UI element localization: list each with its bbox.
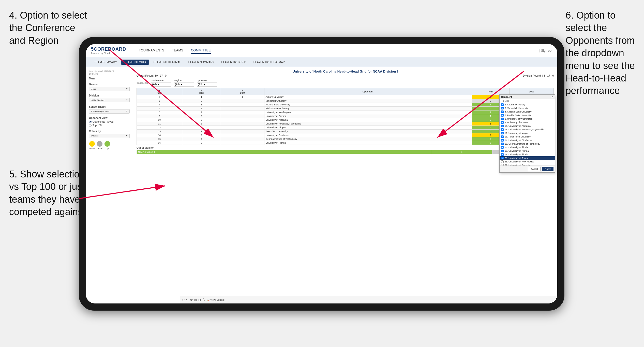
dropdown-item[interactable]: 3. Vanderbilt University xyxy=(500,106,555,110)
table-row: 3 2 Vanderbilt University 0 4 xyxy=(137,99,554,103)
dropdown-item[interactable]: 13. Texas Tech University xyxy=(500,135,555,138)
nav-teams[interactable]: TEAMS xyxy=(172,47,183,54)
opponent-view-section: Opponent View Opponents Played Top 100 xyxy=(89,117,130,127)
dropdown-item[interactable]: 12. University of Virginia xyxy=(500,131,555,135)
table-row: 4 1 Arizona State University 5 1 xyxy=(137,103,554,107)
legend-down xyxy=(89,141,95,147)
dropdown-item[interactable]: 21. University of New Mexico xyxy=(500,160,555,163)
reg-cell: 1 xyxy=(182,95,221,99)
undo-btn[interactable]: ↩ xyxy=(182,298,185,302)
gender-value[interactable]: Men's ▼ xyxy=(89,87,130,91)
record-row: Overall Record: 89 - 17 - 0 Division Rec… xyxy=(137,74,554,77)
opponents-label: Opponents: xyxy=(137,82,148,84)
sub-nav: TEAM SUMMARY TEAM H2H GRID TEAM H2H HEAT… xyxy=(86,57,557,67)
rank-cell: 15 xyxy=(137,137,182,141)
subnav-player-h2h-grid[interactable]: PLAYER H2H GRID xyxy=(218,60,249,65)
annotation-line2: the Conference xyxy=(9,22,75,33)
subnav-h2h-grid[interactable]: TEAM H2H GRID xyxy=(121,60,149,65)
division-value[interactable]: NCAA Division I ▼ xyxy=(89,98,130,102)
table-row: 11 6 University of Arkansas, Fayettevill… xyxy=(137,122,554,126)
table-row: 8 2 University of Washington 1 0 xyxy=(137,110,554,114)
conference-select[interactable]: (All) ▼ xyxy=(151,82,171,87)
redo-btn[interactable]: ↪ xyxy=(186,298,189,302)
legend-level xyxy=(97,141,102,147)
school-section: School (Rank) 1. University of Nort... ▼ xyxy=(89,105,130,114)
out-of-division-label: Out of division xyxy=(137,146,554,149)
dropdown-item[interactable]: 22. University of Georgia xyxy=(500,163,555,165)
annotation-tr7: performance xyxy=(565,85,620,96)
opponent-cell: University of Virginia xyxy=(264,126,472,130)
opponent-cell: University of Oklahoma xyxy=(264,133,472,137)
opponent-label: Opponent xyxy=(197,79,217,82)
rank-cell: 11 xyxy=(137,122,182,126)
dropdown-item[interactable]: 20. University of Texas xyxy=(500,156,555,160)
dropdown-item[interactable]: 8. University of Washington xyxy=(500,117,555,121)
reg-cell: 2 xyxy=(182,133,221,137)
dropdown-item[interactable]: 14. University of Oklahoma xyxy=(500,138,555,142)
subnav-team-summary[interactable]: TEAM SUMMARY xyxy=(91,60,120,65)
col-opponent: Opponent xyxy=(264,88,472,95)
col-loss: Loss xyxy=(510,88,554,95)
opponent-cell: Texas Tech University xyxy=(264,130,472,133)
reg-cell: 4 xyxy=(182,137,221,141)
logo-text: 5COREBOARD Powered by Cloud xyxy=(91,47,126,54)
rank-cell: 9 xyxy=(137,114,182,118)
colour-value[interactable]: Win/loss ▼ xyxy=(89,134,130,138)
annotation-line1: 4. Option to select xyxy=(9,10,87,21)
nav-committee[interactable]: COMMITTEE xyxy=(191,47,211,54)
subnav-player-summary[interactable]: PLAYER SUMMARY xyxy=(185,60,217,65)
conf-cell xyxy=(221,103,264,107)
chart-title: University of North Carolina Head-to-Hea… xyxy=(137,70,554,73)
dropdown-footer: Cancel Apply xyxy=(500,165,555,172)
clock-btn[interactable]: ⏱ xyxy=(202,298,205,302)
dropdown-item[interactable]: 9. University of Arizona xyxy=(500,121,555,124)
opponent-dropdown[interactable]: Opponent ✕ (All)2. Auburn University3. V… xyxy=(499,94,555,173)
dropdown-item[interactable]: 10. University of Alabama xyxy=(500,124,555,128)
reg-cell: 5 xyxy=(182,118,221,122)
school-value[interactable]: 1. University of Nort... ▼ xyxy=(89,109,130,114)
subnav-h2h-heatmap[interactable]: TEAM H2H HEATMAP xyxy=(150,60,184,65)
conf-cell xyxy=(221,99,264,103)
cancel-button[interactable]: Cancel xyxy=(528,167,541,171)
dropdown-item[interactable]: 6. Florida State University xyxy=(500,114,555,117)
col-reg: #Reg xyxy=(182,88,221,95)
dropdown-item[interactable]: (All) xyxy=(500,99,555,103)
annotation-bl1: 5. Show selection xyxy=(9,169,85,179)
dropdown-item[interactable]: 2. Auburn University xyxy=(500,103,555,106)
dropdown-item[interactable]: 18. University of Illinois xyxy=(500,153,555,156)
dropdown-item[interactable]: 4. Arizona State University xyxy=(500,110,555,114)
conference-filter: Conference (All) ▼ xyxy=(151,79,171,87)
filter-row: Opponents: Conference (All) ▼ Region (Al… xyxy=(137,79,554,87)
rank-cell: 4 xyxy=(137,103,182,107)
reg-cell: 1 xyxy=(182,130,221,133)
annotation-tr4: the dropdown xyxy=(565,48,624,58)
reset-btn[interactable]: ⟳ xyxy=(190,298,193,302)
dropdown-item[interactable]: 15. Georgia Institute of Technology xyxy=(500,142,555,146)
reg-cell: 2 xyxy=(182,110,221,114)
div2-name: NCAA Division II xyxy=(137,150,431,154)
radio-opponents-played[interactable]: Opponents Played xyxy=(89,120,130,123)
dropdown-list: (All)2. Auburn University3. Vanderbilt U… xyxy=(500,99,555,165)
apply-button[interactable]: Apply xyxy=(542,167,553,171)
rank-cell: 3 xyxy=(137,99,182,103)
zoom-btn[interactable]: ⊞ xyxy=(194,298,197,302)
opponent-select[interactable]: (All) ▼ xyxy=(197,82,217,87)
chart-area: University of North Carolina Head-to-Hea… xyxy=(133,67,557,303)
conf-cell xyxy=(221,133,264,137)
dropdown-item[interactable]: 16. University of Illinois xyxy=(500,146,555,149)
view-label: 📊 View: Original xyxy=(207,299,224,301)
subnav-player-h2h-heatmap[interactable]: PLAYER H2H HEATMAP xyxy=(250,60,288,65)
sign-out[interactable]: | Sign out xyxy=(540,49,552,52)
reg-cell: 2 xyxy=(182,107,221,110)
dropdown-item[interactable]: 17. University of Florida xyxy=(500,149,555,153)
region-select[interactable]: (All) ▼ xyxy=(174,82,194,87)
radio-top100[interactable]: Top 100 xyxy=(89,124,130,127)
opponent-cell: University of Arizona xyxy=(264,114,472,118)
nav-tournaments[interactable]: TOURNAMENTS xyxy=(139,47,164,54)
copy-btn[interactable]: ⊡ xyxy=(198,298,201,302)
dropdown-item[interactable]: 11. University of Arkansas, Fayetteville xyxy=(500,128,555,131)
overall-record: 89 - 17 - 0 xyxy=(155,74,167,77)
table-row: 14 2 University of Oklahoma 2 2 xyxy=(137,133,554,137)
gender-section: Gender Men's ▼ xyxy=(89,83,130,91)
main-content: Last Updated: 4/12/2024 16:55:38 Team Ge… xyxy=(86,67,557,303)
